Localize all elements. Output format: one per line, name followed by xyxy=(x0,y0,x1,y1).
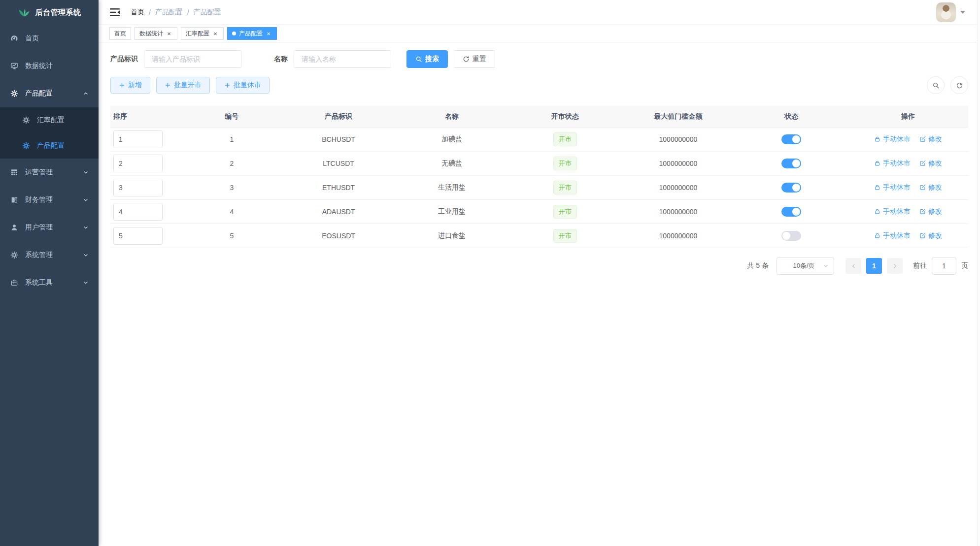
edit-icon xyxy=(919,208,926,215)
status-toggle[interactable] xyxy=(781,231,801,241)
edit-link[interactable]: 修改 xyxy=(919,135,942,144)
tags-view: 首页数据统计×汇率配置×产品配置× xyxy=(99,25,980,42)
row-name: 加碘盐 xyxy=(395,135,508,144)
manual-close-link[interactable]: 手动休市 xyxy=(874,159,911,168)
row-name: 工业用盐 xyxy=(395,207,508,216)
view-tab[interactable]: 汇率配置× xyxy=(181,27,224,40)
logo-row[interactable]: 后台管理系统 xyxy=(0,0,99,25)
edit-link[interactable]: 修改 xyxy=(919,207,942,216)
chevron-down-icon xyxy=(823,263,829,269)
batch-close-market-button[interactable]: 批量休市 xyxy=(216,77,270,94)
sidebar-item[interactable]: 运营管理 xyxy=(0,159,99,186)
column-header: 操作 xyxy=(848,112,968,121)
column-header: 排序 xyxy=(110,112,182,121)
table-row: 1BCHUSDT加碘盐开市1000000000手动休市修改 xyxy=(110,128,968,152)
column-header: 状态 xyxy=(735,112,848,121)
search-button[interactable]: 搜索 xyxy=(406,50,448,68)
status-toggle[interactable] xyxy=(781,183,801,193)
page-size-select[interactable]: 10条/页 xyxy=(777,257,834,275)
status-toggle[interactable] xyxy=(781,159,801,168)
page-number-button[interactable]: 1 xyxy=(866,258,882,274)
product-id-input[interactable] xyxy=(144,50,241,68)
reset-button[interactable]: 重置 xyxy=(454,50,495,68)
view-tab[interactable]: 产品配置× xyxy=(227,27,277,40)
page-unit-label: 页 xyxy=(961,261,968,270)
close-icon[interactable]: × xyxy=(212,30,219,37)
status-toggle[interactable] xyxy=(781,134,801,144)
next-page-button[interactable] xyxy=(887,258,903,274)
goto-page-input[interactable] xyxy=(932,257,956,275)
row-symbol: ETHUSDT xyxy=(282,184,395,192)
scrollbar-gutter[interactable] xyxy=(977,0,980,546)
sort-input[interactable] xyxy=(113,179,163,196)
breadcrumb-current: 产品配置 xyxy=(194,8,221,17)
manual-close-link[interactable]: 手动休市 xyxy=(874,207,911,216)
user-avatar[interactable] xyxy=(936,2,956,22)
prev-page-button[interactable] xyxy=(845,258,861,274)
view-tab[interactable]: 首页 xyxy=(109,27,131,40)
sort-input[interactable] xyxy=(113,130,163,148)
sort-input[interactable] xyxy=(113,227,163,245)
chevron-down-icon xyxy=(83,252,89,258)
add-button[interactable]: 新增 xyxy=(110,77,150,94)
breadcrumb-item[interactable]: 产品配置 xyxy=(155,8,183,17)
edit-link[interactable]: 修改 xyxy=(919,159,942,168)
submenu: 汇率配置产品配置 xyxy=(0,107,99,159)
chevron-down-icon xyxy=(83,197,89,203)
sidebar-subitem[interactable]: 产品配置 xyxy=(0,133,99,159)
row-max-amount: 1000000000 xyxy=(622,184,735,192)
app-title: 后台管理系统 xyxy=(35,8,81,17)
sidebar-item[interactable]: 首页 xyxy=(0,25,99,52)
sort-input[interactable] xyxy=(113,203,163,221)
breadcrumb-separator: / xyxy=(187,8,189,16)
row-symbol: ADAUSDT xyxy=(282,208,395,216)
close-icon[interactable]: × xyxy=(265,30,272,37)
chevron-down-icon xyxy=(83,225,89,230)
view-tab[interactable]: 数据统计× xyxy=(135,27,177,40)
plant-logo-icon xyxy=(18,8,31,17)
sidebar-item[interactable]: 财务管理 xyxy=(0,186,99,214)
topbar: 首页 / 产品配置 / 产品配置 xyxy=(99,0,980,25)
sidebar-item[interactable]: 系统工具 xyxy=(0,269,99,296)
sidebar: 后台管理系统 首页数据统计产品配置汇率配置产品配置运营管理财务管理用户管理系统管… xyxy=(0,0,99,546)
batch-open-market-button[interactable]: 批量开市 xyxy=(156,77,210,94)
row-symbol: BCHUSDT xyxy=(282,135,395,143)
edit-icon xyxy=(919,232,926,239)
sidebar-item[interactable]: 产品配置 xyxy=(0,80,99,107)
edit-link[interactable]: 修改 xyxy=(919,231,942,240)
hamburger-icon[interactable] xyxy=(110,8,120,17)
toolbar: 新增 批量开市 批量休市 xyxy=(110,76,968,94)
column-header: 开市状态 xyxy=(508,112,622,121)
row-id: 4 xyxy=(182,208,282,216)
breadcrumb-home[interactable]: 首页 xyxy=(131,8,144,17)
sort-input[interactable] xyxy=(113,155,163,172)
chevron-up-icon xyxy=(83,91,89,96)
sidebar-item[interactable]: 系统管理 xyxy=(0,241,99,269)
lock-icon xyxy=(874,136,880,142)
lock-icon xyxy=(874,208,880,215)
manual-close-link[interactable]: 手动休市 xyxy=(874,135,911,144)
sidebar-item[interactable]: 数据统计 xyxy=(0,52,99,80)
table-search-toggle-button[interactable] xyxy=(927,76,945,94)
edit-link[interactable]: 修改 xyxy=(919,183,942,192)
search-icon xyxy=(932,82,940,89)
table-refresh-button[interactable] xyxy=(950,76,968,94)
name-input[interactable] xyxy=(294,50,391,68)
market-status-tag: 开市 xyxy=(553,181,577,194)
column-header: 编号 xyxy=(182,112,282,121)
sidebar-item[interactable]: 用户管理 xyxy=(0,214,99,241)
sidebar-subitem[interactable]: 汇率配置 xyxy=(0,107,99,133)
gear-icon xyxy=(10,90,18,97)
active-dot xyxy=(232,32,236,35)
market-status-tag: 开市 xyxy=(553,157,577,170)
manual-close-link[interactable]: 手动休市 xyxy=(874,231,911,240)
edit-icon xyxy=(919,160,926,166)
status-toggle[interactable] xyxy=(781,207,801,217)
edit-icon xyxy=(919,136,926,142)
column-header: 名称 xyxy=(395,112,508,121)
user-icon xyxy=(10,224,18,231)
lock-icon xyxy=(874,184,880,191)
manual-close-link[interactable]: 手动休市 xyxy=(874,183,911,192)
caret-down-icon[interactable] xyxy=(960,11,965,14)
close-icon[interactable]: × xyxy=(166,30,172,37)
